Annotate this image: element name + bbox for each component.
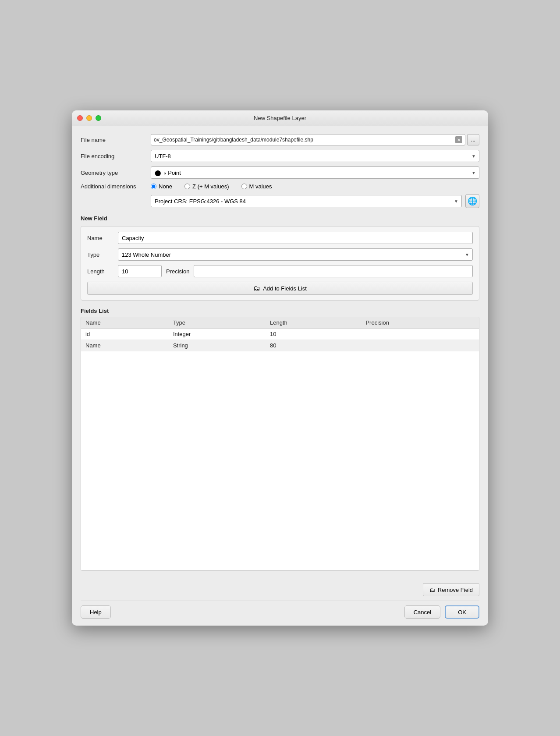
crs-row: Project CRS: EPSG:4326 - WGS 84 ▼ 🌐 (81, 194, 479, 208)
fields-list-section: Fields List Name Type Length Precision i… (81, 305, 479, 571)
bottom-divider (81, 601, 479, 601)
fields-table-container: Name Type Length Precision idInteger10Na… (81, 317, 479, 571)
window-controls (77, 115, 101, 121)
geometry-select-wrapper: ⬤ ∘ Point ▼ (151, 166, 479, 179)
bottom-area: 🗂 Remove Field Help Cancel OK (72, 579, 488, 626)
file-name-value: ov_Geospatial_Trainings/git/bangladesh_d… (154, 137, 454, 143)
geometry-type-label: Geometry type (81, 170, 146, 176)
cell-name: Name (81, 340, 169, 351)
dimension-m-option[interactable]: M values (241, 183, 272, 190)
new-field-box: Name Type 123 Whole Number ▼ Length Prec… (81, 226, 479, 301)
dimension-z-option[interactable]: Z (+ M values) (184, 183, 229, 190)
file-encoding-label: File encoding (81, 153, 146, 159)
dialog-window: New Shapefile Layer File name ov_Geospat… (72, 110, 488, 626)
close-button[interactable] (77, 115, 83, 121)
add-to-fields-button[interactable]: 🗂 Add to Fields List (87, 282, 473, 295)
dialog-right-buttons: Cancel OK (404, 605, 479, 619)
browse-button[interactable]: ... (467, 134, 479, 145)
field-name-input[interactable] (118, 232, 473, 244)
cell-precision (361, 329, 479, 340)
remove-field-button[interactable]: 🗂 Remove Field (423, 583, 479, 596)
crs-globe-button[interactable]: 🌐 (465, 194, 479, 208)
col-type-header: Type (169, 317, 266, 329)
field-precision-label: Precision (166, 268, 189, 275)
titlebar: New Shapefile Layer (72, 110, 488, 126)
cell-length: 80 (266, 340, 361, 351)
table-spacer (81, 351, 479, 570)
remove-field-icon: 🗂 (429, 587, 435, 593)
dimension-m-label: M values (249, 183, 272, 190)
encoding-select[interactable]: UTF-8 (151, 150, 479, 162)
field-name-label: Name (87, 235, 113, 241)
field-length-label: Length (87, 268, 113, 275)
ok-button[interactable]: OK (445, 605, 479, 619)
cell-type: String (169, 340, 266, 351)
cell-length: 10 (266, 329, 361, 340)
field-name-row: Name (87, 232, 473, 244)
fields-table-header: Name Type Length Precision (81, 317, 479, 329)
dimension-none-option[interactable]: None (151, 183, 172, 190)
col-name-header: Name (81, 317, 169, 329)
minimize-button[interactable] (86, 115, 92, 121)
dimensions-radio-group: None Z (+ M values) M values (151, 183, 479, 190)
encoding-select-wrapper: UTF-8 ▼ (151, 150, 479, 162)
dimensions-row: Additional dimensions None Z (+ M values… (81, 183, 479, 190)
field-precision-input[interactable] (194, 265, 473, 277)
field-length-precision-row: Length Precision (87, 265, 473, 277)
maximize-button[interactable] (96, 115, 101, 121)
field-type-select-wrapper: 123 Whole Number ▼ (118, 248, 473, 261)
field-type-label: Type (87, 251, 113, 258)
fields-list-title: Fields List (81, 308, 479, 314)
dialog-content: File name ov_Geospatial_Trainings/git/ba… (72, 126, 488, 579)
remove-field-label: Remove Field (438, 587, 473, 593)
col-precision-header: Precision (361, 317, 479, 329)
geometry-type-row: Geometry type ⬤ ∘ Point ▼ (81, 166, 479, 179)
table-row[interactable]: NameString80 (81, 340, 479, 351)
dimension-z-radio[interactable] (184, 184, 190, 189)
cell-type: Integer (169, 329, 266, 340)
add-fields-label: Add to Fields List (263, 285, 307, 292)
fields-table-body: idInteger10NameString80 (81, 329, 479, 351)
file-encoding-row: File encoding UTF-8 ▼ (81, 150, 479, 162)
dimension-none-label: None (159, 183, 172, 190)
col-length-header: Length (266, 317, 361, 329)
remove-field-row: 🗂 Remove Field (81, 583, 479, 596)
cell-precision (361, 340, 479, 351)
file-name-field: ov_Geospatial_Trainings/git/bangladesh_d… (151, 134, 479, 145)
field-type-select[interactable]: 123 Whole Number (118, 248, 473, 261)
dialog-buttons-row: Help Cancel OK (81, 605, 479, 619)
geometry-select[interactable]: ⬤ ∘ Point (151, 166, 479, 179)
help-button[interactable]: Help (81, 605, 111, 619)
field-length-input[interactable] (118, 265, 162, 277)
dimension-m-radio[interactable] (241, 184, 247, 189)
fields-table: Name Type Length Precision idInteger10Na… (81, 317, 479, 570)
file-clear-button[interactable]: ✕ (455, 136, 462, 143)
crs-select[interactable]: Project CRS: EPSG:4326 - WGS 84 (151, 195, 462, 207)
crs-select-wrapper: Project CRS: EPSG:4326 - WGS 84 ▼ (151, 195, 462, 207)
cell-name: id (81, 329, 169, 340)
dimensions-label: Additional dimensions (81, 183, 146, 190)
file-name-label: File name (81, 137, 146, 143)
file-name-row: File name ov_Geospatial_Trainings/git/ba… (81, 134, 479, 145)
window-title: New Shapefile Layer (254, 115, 306, 121)
dimension-none-radio[interactable] (151, 184, 156, 189)
add-fields-icon: 🗂 (253, 284, 260, 292)
new-field-title: New Field (81, 215, 479, 222)
table-row[interactable]: idInteger10 (81, 329, 479, 340)
cancel-button[interactable]: Cancel (404, 605, 440, 619)
file-name-input[interactable]: ov_Geospatial_Trainings/git/bangladesh_d… (151, 134, 465, 145)
field-type-row: Type 123 Whole Number ▼ (87, 248, 473, 261)
table-header-row: Name Type Length Precision (81, 317, 479, 329)
dimension-z-label: Z (+ M values) (192, 183, 229, 190)
